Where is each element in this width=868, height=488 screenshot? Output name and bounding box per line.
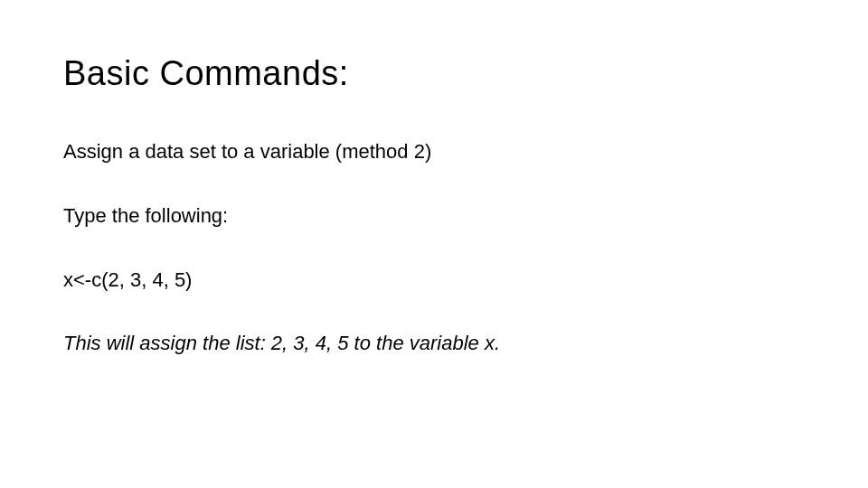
- code-example: x<-c(2, 3, 4, 5): [63, 267, 805, 295]
- description-line-1: Assign a data set to a variable (method …: [63, 138, 805, 166]
- instruction-line: Type the following:: [63, 202, 805, 230]
- explanation-text: This will assign the list: 2, 3, 4, 5 to…: [63, 330, 805, 358]
- slide-title: Basic Commands:: [63, 54, 805, 93]
